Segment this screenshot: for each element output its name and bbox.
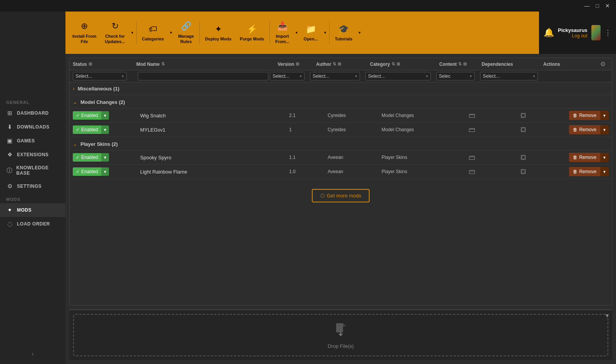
light-rainbow-remove-button[interactable]: 🗑 Remove (569, 167, 600, 176)
wig-snatch-deps-icon[interactable]: ⛋ (521, 112, 527, 120)
version-filter[interactable]: Select... (270, 72, 305, 80)
sidebar-item-dashboard[interactable]: ⊞ DASHBOARD (0, 106, 65, 120)
light-rainbow-name: Light Rainbow Flame (136, 169, 289, 175)
spooky-spyro-remove-button[interactable]: 🗑 Remove (569, 153, 600, 162)
check-updates-button[interactable]: ↻ Check forUpdates... (101, 18, 129, 47)
status-filter-icon[interactable]: ⊞ (89, 62, 92, 67)
content-sort-icon[interactable]: ⇅ (458, 62, 462, 67)
sidebar-item-extensions[interactable]: ❖ EXTENSIONS (0, 148, 65, 162)
mylegsv1-enabled-arrow[interactable]: ▼ (101, 125, 109, 134)
wig-snatch-enabled-group: ✓ Enabled ▼ (73, 111, 109, 120)
modname-sort-icon[interactable]: ⇅ (161, 62, 165, 67)
spooky-spyro-enabled-group: ✓ Enabled ▼ (73, 153, 109, 162)
category-sort-icon[interactable]: ⇅ (392, 62, 395, 67)
version-filter-icon[interactable]: ⊞ (296, 62, 299, 67)
mylegsv1-enabled-button[interactable]: ✓ Enabled (73, 125, 101, 134)
tutorials-button[interactable]: 🎓 Tutorials (331, 22, 357, 44)
logout-button[interactable]: Log out (572, 33, 588, 38)
downloads-icon: ⬇ (6, 124, 13, 130)
player-skins-header[interactable]: ⌄ Player Skins (2) (70, 138, 612, 150)
light-rainbow-enabled-button[interactable]: ✓ Enabled (73, 167, 101, 176)
dependencies-filter[interactable]: Select... (480, 72, 538, 80)
category-filter[interactable]: Select... (365, 72, 431, 80)
table-settings-button[interactable]: ⚙ (600, 60, 606, 68)
import-arrow[interactable]: ▼ (294, 30, 299, 35)
wig-snatch-remove-arrow[interactable]: ▼ (600, 111, 609, 120)
maximize-button[interactable]: □ (593, 2, 602, 10)
miscellaneous-toggle[interactable]: › (73, 85, 75, 92)
status-filter[interactable]: Select... (73, 72, 127, 80)
spooky-spyro-enabled-arrow[interactable]: ▼ (101, 153, 109, 162)
categories-arrow[interactable]: ▼ (169, 30, 174, 35)
minimize-button[interactable]: — (581, 2, 593, 10)
close-button[interactable]: ✕ (602, 2, 613, 10)
model-changes-header[interactable]: ⌄ Model Changes (2) (70, 96, 612, 109)
open-arrow[interactable]: ▼ (323, 30, 328, 35)
modname-filter-input[interactable] (138, 72, 268, 80)
mylegsv1-remove-button[interactable]: 🗑 Remove (569, 125, 600, 134)
mylegsv1-deps-icon[interactable]: ⛋ (521, 126, 527, 134)
import-from-button[interactable]: 📥 ImportFrom... (271, 18, 293, 47)
drop-zone[interactable]: Drop File(s) (73, 314, 608, 356)
wig-snatch-content-icon[interactable]: 🗃 (469, 112, 475, 120)
content-filter-icon[interactable]: ⊞ (463, 62, 467, 67)
notification-button[interactable]: 🔔 (544, 28, 554, 38)
author-sort-icon[interactable]: ⇅ (333, 62, 336, 67)
light-rainbow-author: Aveean (328, 169, 382, 174)
check-updates-arrow[interactable]: ▼ (130, 30, 135, 35)
mylegsv1-author: Cyreides (328, 127, 382, 132)
player-skins-toggle[interactable]: ⌄ (73, 141, 77, 147)
wig-snatch-enabled-arrow[interactable]: ▼ (101, 111, 109, 120)
spooky-spyro-actions: 🗑 Remove ▼ (555, 153, 609, 162)
light-rainbow-enabled-arrow[interactable]: ▼ (101, 167, 109, 176)
purge-mods-button[interactable]: ⚡ Purge Mods (236, 22, 268, 44)
spooky-spyro-deps-icon[interactable]: ⛋ (521, 154, 527, 162)
light-rainbow-deps-icon[interactable]: ⛋ (521, 168, 527, 176)
spooky-spyro-remove-arrow[interactable]: ▼ (600, 153, 609, 162)
dashboard-label: DASHBOARD (17, 110, 49, 116)
version-filter-select[interactable]: Select... (270, 72, 305, 80)
install-from-file-button[interactable]: ⊕ Install FromFile (69, 18, 100, 47)
sidebar-collapse-button[interactable]: ‹ (32, 350, 34, 358)
more-options-button[interactable]: ⋮ (604, 28, 611, 37)
svg-rect-0 (336, 323, 343, 332)
spooky-spyro-enabled-button[interactable]: ✓ Enabled (73, 153, 101, 162)
status-filter-select[interactable]: Select... (73, 72, 127, 80)
deploy-mods-button[interactable]: ✦ Deploy Mods (201, 22, 235, 44)
sidebar-item-games[interactable]: ▣ GAMES (0, 134, 65, 148)
categories-button[interactable]: 🏷 Categories (138, 22, 168, 44)
author-filter-select[interactable]: Select... (310, 72, 360, 80)
category-filter-select[interactable]: Select... (365, 72, 431, 80)
mylegsv1-name: MYLEGsv1 (136, 127, 289, 133)
content-filter[interactable]: Selec (436, 72, 475, 80)
miscellaneous-header[interactable]: › Miscellaneous (1) (70, 82, 612, 95)
model-changes-toggle[interactable]: ⌄ (73, 99, 77, 105)
open-button[interactable]: 📁 Open... (300, 22, 322, 44)
svg-marker-1 (343, 323, 346, 326)
wig-snatch-remove-button[interactable]: 🗑 Remove (569, 111, 600, 120)
toolbar-divider-4 (329, 21, 330, 44)
manage-rules-button[interactable]: 🔗 ManageRules (174, 18, 198, 47)
wig-snatch-enabled-button[interactable]: ✓ Enabled (73, 111, 101, 120)
drop-zone-collapse-button[interactable]: ▼ (604, 312, 610, 319)
author-filter-icon[interactable]: ⊞ (338, 62, 341, 67)
sidebar-item-downloads[interactable]: ⬇ DOWNLOADS (0, 120, 65, 134)
model-changes-group: ⌄ Model Changes (2) ✓ Enabled ▼ Wig Snat… (70, 96, 612, 137)
mylegsv1-content-icon[interactable]: 🗃 (469, 126, 475, 134)
light-rainbow-remove-arrow[interactable]: ▼ (600, 167, 609, 176)
sidebar-item-knowledge-base[interactable]: ⓘ KNOWLEDGE BASE (0, 162, 65, 179)
tutorials-arrow[interactable]: ▼ (357, 30, 362, 35)
table-row: ✓ Enabled ▼ Wig Snatch 2.1 Cyreides Mode… (70, 109, 612, 123)
sidebar-item-mods[interactable]: ✦ MODS (0, 203, 65, 217)
mylegsv1-remove-arrow[interactable]: ▼ (600, 125, 609, 134)
light-rainbow-content-icon[interactable]: 🗃 (469, 168, 475, 176)
content-filter-select[interactable]: Selec (436, 72, 475, 80)
sidebar-item-load-order[interactable]: ◌ LOAD ORDER (0, 217, 65, 231)
author-filter[interactable]: Select... (310, 72, 360, 80)
get-more-mods-button[interactable]: ⬡ Get more mods (312, 189, 370, 202)
dependencies-filter-select[interactable]: Select... (480, 72, 538, 80)
sidebar-item-settings[interactable]: ⚙ SETTINGS (0, 179, 65, 193)
spooky-spyro-content-icon[interactable]: 🗃 (469, 154, 475, 162)
category-filter-icon[interactable]: ⊞ (397, 62, 400, 67)
toolbar-divider-1 (136, 21, 137, 44)
